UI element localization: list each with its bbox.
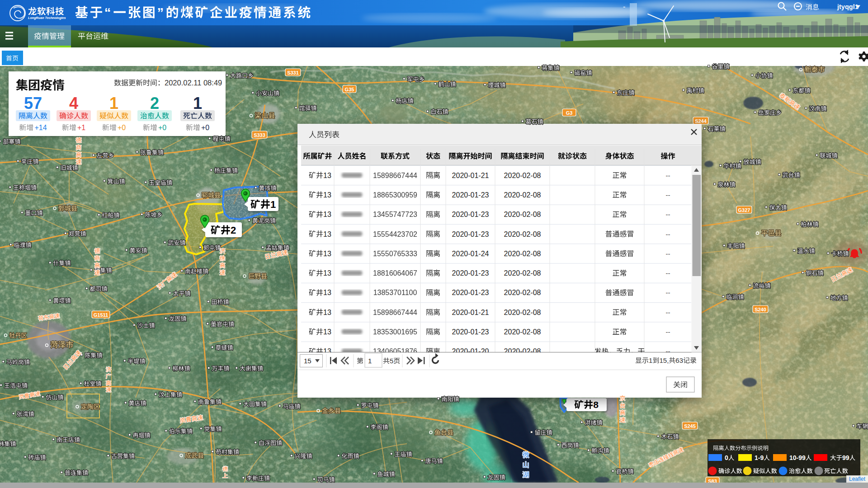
svg-text:2020-01-23: 2020-01-23 [452, 289, 489, 296]
svg-text:63: 63 [675, 357, 683, 364]
svg-text:18816064067: 18816064067 [373, 269, 417, 277]
svg-text:15,: 15, [660, 357, 669, 364]
svg-text:13: 13 [323, 230, 331, 238]
svg-text:+1: +1 [77, 124, 85, 131]
svg-text:15554423702: 15554423702 [373, 230, 417, 238]
svg-text:18865300959: 18865300959 [373, 191, 417, 199]
svg-text:2020-01-23: 2020-01-23 [452, 211, 489, 218]
svg-text:2020-02-08: 2020-02-08 [504, 328, 541, 336]
svg-text:10-99: 10-99 [789, 454, 806, 461]
svg-text:1: 1 [649, 357, 652, 364]
svg-text:1: 1 [270, 199, 276, 210]
svg-text:13: 13 [323, 211, 331, 218]
svg-text:15898667444: 15898667444 [373, 309, 417, 316]
svg-text:--: -- [666, 328, 670, 336]
svg-text:2020-02-08: 2020-02-08 [504, 250, 541, 258]
svg-text:2020-02-08: 2020-02-08 [504, 269, 541, 277]
svg-text:15: 15 [304, 357, 311, 365]
svg-text:--: -- [666, 289, 670, 296]
svg-text:2020-01-23: 2020-01-23 [452, 230, 489, 238]
svg-text:2020-01-21: 2020-01-21 [452, 172, 489, 179]
svg-text:2020-01-23: 2020-01-23 [452, 328, 489, 336]
svg-text:13853701100: 13853701100 [373, 289, 417, 296]
svg-text:--: -- [666, 191, 670, 199]
svg-text:0: 0 [725, 454, 728, 461]
svg-text:+0: +0 [158, 124, 166, 131]
svg-text:8: 8 [593, 399, 599, 410]
svg-text:13455747723: 13455747723 [373, 211, 417, 218]
svg-text:”: ” [157, 5, 165, 20]
svg-text:1: 1 [193, 94, 202, 113]
svg-text:13: 13 [323, 172, 331, 179]
svg-text:2020-01-20: 2020-01-20 [452, 347, 489, 355]
svg-text:2020-01-23: 2020-01-23 [452, 191, 489, 199]
svg-text:+14: +14 [34, 124, 47, 131]
svg-text:2020-01-24: 2020-01-24 [452, 250, 489, 258]
svg-text:57: 57 [24, 94, 42, 113]
svg-text:--: -- [666, 269, 670, 277]
svg-text:2020-02-08: 2020-02-08 [504, 309, 541, 316]
svg-text:13: 13 [323, 269, 331, 277]
svg-text:LongRuan Technologies: LongRuan Technologies [28, 16, 66, 20]
svg-text:18353001695: 18353001695 [373, 328, 417, 336]
svg-text:2020-02-08: 2020-02-08 [504, 230, 541, 238]
svg-text:--: -- [666, 250, 670, 258]
svg-text:1: 1 [109, 94, 118, 113]
svg-text:--: -- [666, 211, 670, 218]
svg-text:2020-02-08: 2020-02-08 [504, 191, 541, 199]
svg-text:--: -- [666, 347, 670, 355]
svg-text:4: 4 [69, 94, 78, 113]
svg-text:-: - [623, 3, 625, 10]
svg-text:13: 13 [323, 328, 331, 336]
svg-text:2020.02.11 08:49: 2020.02.11 08:49 [165, 79, 222, 87]
svg-text:2: 2 [150, 94, 159, 113]
svg-text:13: 13 [323, 191, 331, 199]
svg-text:“: “ [104, 5, 113, 20]
svg-text:15898667444: 15898667444 [373, 172, 417, 179]
svg-text:13: 13 [323, 309, 331, 316]
svg-text:13: 13 [323, 250, 331, 258]
svg-text:13: 13 [323, 347, 331, 355]
svg-text:2020-01-23: 2020-01-23 [452, 269, 489, 277]
svg-text:--: -- [666, 172, 670, 179]
svg-text:15550765333: 15550765333 [373, 250, 417, 258]
svg-text:+0: +0 [118, 124, 126, 131]
svg-text:--: -- [666, 230, 670, 238]
svg-text:Leaflet: Leaflet [849, 476, 866, 482]
svg-text:99: 99 [842, 454, 849, 461]
svg-text:2020-02-08: 2020-02-08 [504, 211, 541, 218]
svg-text:jtyqgl1: jtyqgl1 [837, 3, 859, 10]
svg-text:2020-01-21: 2020-01-21 [452, 309, 489, 316]
svg-text:2: 2 [231, 225, 236, 236]
svg-text:--: -- [666, 309, 670, 316]
svg-text:13: 13 [323, 289, 331, 296]
svg-text:+0: +0 [201, 124, 209, 131]
svg-text:13406051876: 13406051876 [373, 347, 417, 355]
svg-text:2020-02-08: 2020-02-08 [504, 347, 541, 355]
svg-text:1-9: 1-9 [755, 454, 764, 461]
svg-text:5: 5 [390, 357, 393, 365]
svg-text:2020-02-08: 2020-02-08 [504, 289, 541, 296]
svg-text:2020-02-08: 2020-02-08 [504, 172, 541, 179]
svg-text:1: 1 [368, 357, 372, 365]
